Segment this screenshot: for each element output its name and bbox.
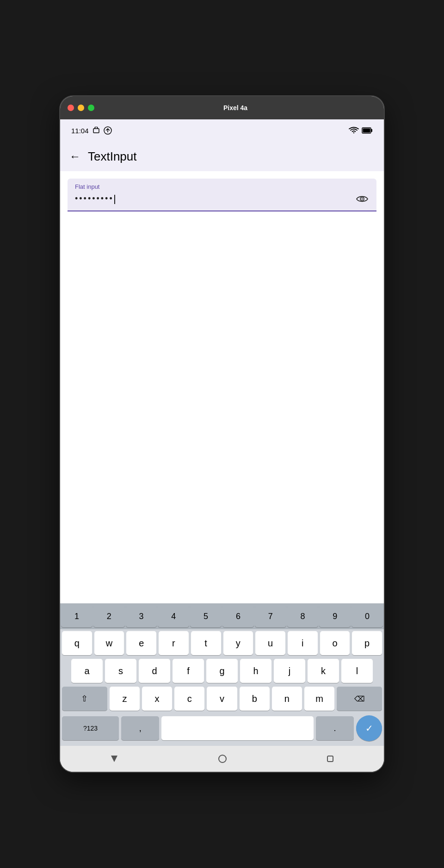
eye-icon-svg <box>356 195 368 203</box>
phone-screen: 11:04 <box>60 119 384 772</box>
key-w[interactable]: w <box>94 631 124 655</box>
key-2[interactable]: 2 <box>93 605 125 627</box>
svg-marker-7 <box>111 756 117 762</box>
svg-point-8 <box>219 755 226 763</box>
comma-key[interactable]: , <box>121 716 159 740</box>
flat-input-label: Flat input <box>75 183 369 190</box>
flat-input-row: ••••••••• <box>75 192 369 206</box>
number-row: 1 2 3 4 5 6 7 8 9 0 <box>60 603 384 629</box>
close-button[interactable] <box>68 105 74 111</box>
key-x[interactable]: x <box>142 687 172 711</box>
svg-rect-9 <box>327 756 333 762</box>
space-key[interactable] <box>161 716 314 740</box>
numbers-key[interactable]: ?123 <box>62 716 119 740</box>
key-v[interactable]: v <box>207 687 237 711</box>
time-text: 11:04 <box>71 127 89 135</box>
key-z[interactable]: z <box>110 687 140 711</box>
key-l[interactable]: l <box>341 659 373 683</box>
text-cursor <box>114 195 115 204</box>
key-c[interactable]: c <box>174 687 204 711</box>
key-m[interactable]: m <box>304 687 334 711</box>
home-nav-icon <box>218 754 227 763</box>
key-s[interactable]: s <box>105 659 136 683</box>
wifi-icon <box>349 127 359 134</box>
key-g[interactable]: g <box>206 659 238 683</box>
traffic-lights <box>68 105 94 111</box>
flat-input-container[interactable]: Flat input ••••••••• <box>68 179 376 211</box>
key-7[interactable]: 7 <box>255 605 286 627</box>
status-time: 11:04 <box>71 126 112 135</box>
password-dots: ••••••••• <box>75 194 114 203</box>
svg-rect-3 <box>371 129 372 132</box>
key-b[interactable]: b <box>240 687 270 711</box>
key-j[interactable]: j <box>274 659 305 683</box>
nav-home-icon[interactable] <box>218 754 227 763</box>
key-n[interactable]: n <box>272 687 302 711</box>
key-d[interactable]: d <box>139 659 170 683</box>
key-5[interactable]: 5 <box>190 605 222 627</box>
key-y[interactable]: y <box>223 631 253 655</box>
key-r[interactable]: r <box>159 631 189 655</box>
back-nav-icon <box>110 755 118 763</box>
period-key[interactable]: . <box>316 716 354 740</box>
battery-icon <box>362 127 373 134</box>
key-3[interactable]: 3 <box>126 605 157 627</box>
upward-icon <box>104 126 112 135</box>
row-zxcv: ⇧ z x c v b n m ⌫ <box>60 685 384 713</box>
key-u[interactable]: u <box>255 631 285 655</box>
app-title: TextInput <box>88 149 137 164</box>
window-title: Pixel 4a <box>94 104 376 112</box>
key-q[interactable]: q <box>62 631 92 655</box>
svg-rect-0 <box>93 129 99 133</box>
svg-rect-4 <box>363 129 370 133</box>
key-6[interactable]: 6 <box>222 605 254 627</box>
key-e[interactable]: e <box>126 631 156 655</box>
key-t[interactable]: t <box>191 631 221 655</box>
nav-bar <box>60 746 384 772</box>
key-k[interactable]: k <box>308 659 339 683</box>
key-0[interactable]: 0 <box>352 605 383 627</box>
key-9[interactable]: 9 <box>319 605 351 627</box>
key-f[interactable]: f <box>173 659 204 683</box>
key-h[interactable]: h <box>240 659 271 683</box>
back-button[interactable]: ← <box>69 150 80 163</box>
nav-recents-icon[interactable] <box>327 755 334 763</box>
enter-key[interactable]: ✓ <box>356 715 382 741</box>
row-bottom: ?123 , . ✓ <box>60 713 384 746</box>
key-o[interactable]: o <box>320 631 350 655</box>
keyboard: 1 2 3 4 5 6 7 8 9 0 q w e r t y u i <box>60 603 384 746</box>
shift-key[interactable]: ⇧ <box>62 687 107 711</box>
eye-icon-button[interactable] <box>355 192 369 206</box>
notification-icon <box>92 127 100 134</box>
key-1[interactable]: 1 <box>61 605 92 627</box>
backspace-key[interactable]: ⌫ <box>337 687 382 711</box>
status-bar: 11:04 <box>60 119 384 142</box>
content-area: Flat input ••••••••• <box>60 171 384 603</box>
title-bar: Pixel 4a <box>60 96 384 119</box>
minimize-button[interactable] <box>78 105 84 111</box>
flat-input-value: ••••••••• <box>75 194 115 204</box>
row-qwerty: q w e r t y u i o p <box>60 629 384 657</box>
row-asdf: a s d f g h j k l <box>60 657 384 685</box>
key-4[interactable]: 4 <box>158 605 189 627</box>
recents-nav-icon <box>327 755 334 763</box>
device-frame: Pixel 4a 11:04 <box>60 96 384 772</box>
key-8[interactable]: 8 <box>287 605 319 627</box>
app-header: ← TextInput <box>60 142 384 171</box>
key-a[interactable]: a <box>71 659 103 683</box>
maximize-button[interactable] <box>88 105 94 111</box>
status-icons <box>349 127 373 134</box>
key-p[interactable]: p <box>352 631 382 655</box>
svg-point-6 <box>362 198 363 200</box>
key-i[interactable]: i <box>288 631 318 655</box>
nav-back-icon[interactable] <box>110 755 118 763</box>
